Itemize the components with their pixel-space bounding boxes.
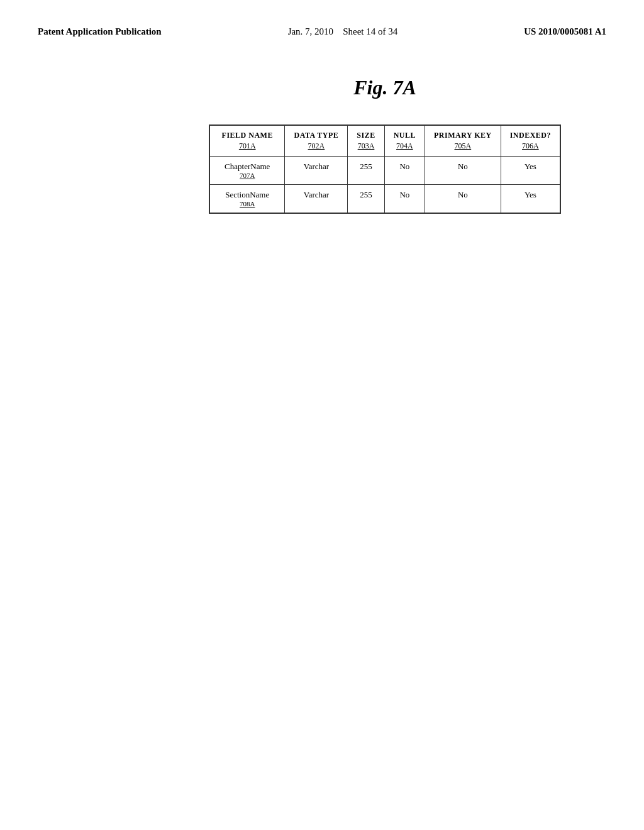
cell-indexed-1: Yes [501, 185, 560, 214]
cell-null-0: No [384, 157, 425, 185]
field-name-ref: 708A [219, 200, 276, 208]
field-name-ref: 707A [219, 172, 276, 179]
null-value: No [399, 190, 409, 199]
col-header-indexed-label: Indexed? [510, 131, 551, 140]
table-header-row: Field Name 701A Data Type 702A Size 703A… [209, 125, 560, 157]
col-header-indexed: Indexed? 706A [501, 125, 560, 157]
col-header-field-name-ref: 701A [219, 141, 276, 151]
table-row: ChapterName707AVarchar255NoNoYes [209, 157, 560, 185]
size-value: 255 [360, 162, 372, 171]
null-value: No [399, 162, 409, 171]
col-header-data-type: Data Type 702A [285, 125, 348, 157]
col-header-field-name-label: Field Name [219, 131, 276, 140]
table-body: ChapterName707AVarchar255NoNoYesSectionN… [209, 157, 560, 214]
page-header: Patent Application Publication Jan. 7, 2… [38, 25, 606, 38]
table-container: Field Name 701A Data Type 702A Size 703A… [164, 124, 606, 214]
col-header-data-type-label: Data Type [294, 131, 338, 140]
page: Patent Application Publication Jan. 7, 2… [0, 0, 644, 830]
cell-data-type-0: Varchar [285, 157, 348, 185]
patent-number: US 2010/0005081 A1 [524, 26, 606, 36]
header-center: Jan. 7, 2010 Sheet 14 of 34 [288, 25, 398, 38]
sheet-info: Sheet 14 of 34 [343, 26, 397, 36]
col-header-data-type-ref: 702A [294, 141, 338, 151]
col-header-size: Size 703A [348, 125, 384, 157]
cell-null-1: No [384, 185, 425, 214]
col-header-indexed-ref: 706A [510, 141, 551, 151]
figure-label: Fig. 7A [164, 76, 606, 99]
cell-field-name-0: ChapterName707A [209, 157, 285, 185]
cell-size-0: 255 [348, 157, 384, 185]
cell-data-type-1: Varchar [285, 185, 348, 214]
header-left: Patent Application Publication [38, 25, 162, 38]
col-header-size-label: Size [357, 131, 375, 140]
col-header-null: Null 704A [384, 125, 425, 157]
pk-value: No [458, 190, 468, 199]
cell-indexed-0: Yes [501, 157, 560, 185]
publication-date: Jan. 7, 2010 [288, 26, 334, 36]
cell-pk-1: No [425, 185, 501, 214]
indexed-value: Yes [525, 190, 536, 199]
col-header-pk-label: Primary Key [434, 131, 492, 140]
pk-value: No [458, 162, 468, 171]
schema-table: Field Name 701A Data Type 702A Size 703A… [209, 124, 561, 214]
data-type-value: Varchar [304, 190, 329, 199]
cell-pk-0: No [425, 157, 501, 185]
col-header-size-ref: 703A [357, 141, 375, 151]
header-right: US 2010/0005081 A1 [524, 25, 606, 38]
col-header-pk: Primary Key 705A [425, 125, 501, 157]
publication-label: Patent Application Publication [38, 26, 162, 36]
data-type-value: Varchar [304, 162, 329, 171]
cell-field-name-1: SectionName708A [209, 185, 285, 214]
field-name-value: SectionName [225, 190, 269, 199]
col-header-null-ref: 704A [394, 141, 416, 151]
indexed-value: Yes [525, 162, 536, 171]
cell-size-1: 255 [348, 185, 384, 214]
col-header-pk-ref: 705A [434, 141, 492, 151]
col-header-field-name: Field Name 701A [209, 125, 285, 157]
size-value: 255 [360, 190, 372, 199]
col-header-null-label: Null [394, 131, 416, 140]
field-name-value: ChapterName [225, 162, 270, 171]
table-row: SectionName708AVarchar255NoNoYes [209, 185, 560, 214]
